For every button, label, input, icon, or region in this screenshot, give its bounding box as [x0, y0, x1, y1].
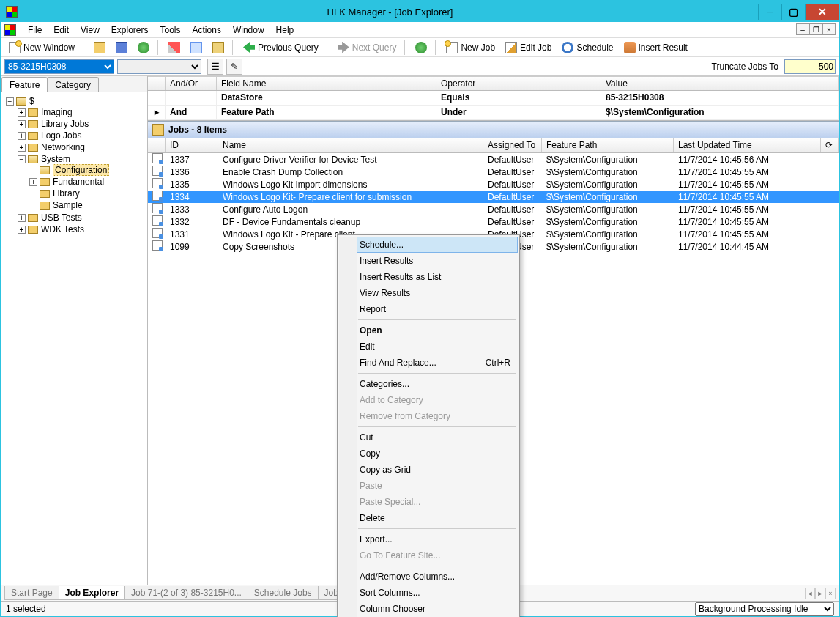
menu-file[interactable]: File — [22, 23, 48, 37]
job-icon — [152, 228, 163, 238]
next-query-button[interactable]: Next Query — [333, 40, 401, 56]
previous-query-label: Previous Query — [258, 43, 319, 53]
query-grid: And/Or Field Name Operator Value DataSto… — [148, 76, 839, 121]
job-icon — [152, 203, 163, 213]
col-featurepath[interactable]: Feature Path — [542, 138, 674, 152]
feature-tree[interactable]: −$ +Imaging +Library Jobs +Logo Jobs +Ne… — [1, 92, 147, 585]
status-dropdown[interactable]: Background Processing Idle — [695, 602, 834, 616]
context-menu-item[interactable]: Cut — [339, 429, 518, 446]
context-menu-item[interactable]: Open — [339, 322, 518, 339]
job-row[interactable]: 1335Windows Logo Kit Import dimensionsDe… — [148, 178, 839, 191]
tree-node[interactable]: +Logo Jobs — [18, 130, 146, 141]
context-menu-item[interactable]: Insert Results — [339, 253, 518, 269]
tab-nav-left[interactable]: ◄ — [805, 588, 815, 599]
tab-schedule-jobs[interactable]: Schedule Jobs — [248, 586, 319, 600]
filter-icon-button-1[interactable]: ☰ — [207, 59, 223, 75]
tree-node-system[interactable]: −System Configuration +Fundamental Libra… — [18, 153, 146, 212]
menu-edit[interactable]: Edit — [48, 23, 75, 37]
job-row[interactable]: 1332DF - Device Fundamentals cleanupDefa… — [148, 215, 839, 228]
tab-feature[interactable]: Feature — [1, 77, 48, 92]
tree-node[interactable]: +WDK Tests — [18, 223, 146, 235]
context-menu-item[interactable]: Add/Remove Columns... — [339, 569, 518, 585]
context-menu-item[interactable]: Column Chooser — [339, 601, 518, 617]
filter-icon-button-2[interactable]: ✎ — [226, 59, 242, 75]
menu-view[interactable]: View — [75, 23, 105, 37]
context-menu-item[interactable]: Edit — [339, 339, 518, 355]
col-assigned[interactable]: Assigned To — [483, 138, 542, 152]
minimize-button[interactable]: ─ — [758, 4, 781, 20]
tree-node[interactable]: +Fundamental — [29, 176, 146, 188]
col-operator[interactable]: Operator — [436, 77, 601, 90]
mdi-restore-button[interactable]: ❐ — [809, 23, 822, 35]
job-row[interactable]: 1337Configure Driver Verifier for Device… — [148, 153, 839, 166]
execute-button[interactable] — [411, 40, 431, 56]
tree-node-configuration[interactable]: Configuration — [29, 164, 146, 176]
close-button[interactable]: ✕ — [805, 4, 839, 20]
tab-nav-right[interactable]: ► — [815, 588, 825, 599]
context-menu-item[interactable]: Copy — [339, 446, 518, 462]
context-menu-item: Go To Feature Site... — [339, 547, 518, 564]
secondary-combo[interactable] — [117, 59, 201, 74]
context-menu-item[interactable]: Delete — [339, 510, 518, 526]
new-job-button[interactable]: New Job — [442, 40, 499, 56]
mdi-minimize-button[interactable]: – — [796, 23, 809, 35]
col-field[interactable]: Field Name — [217, 77, 436, 90]
cut-button[interactable] — [164, 40, 185, 56]
tab-nav-close[interactable]: × — [825, 588, 836, 599]
tree-node[interactable]: +Networking — [18, 141, 146, 153]
insert-result-button[interactable]: Insert Result — [620, 40, 692, 56]
edit-job-button[interactable]: Edit Job — [501, 40, 556, 56]
col-name[interactable]: Name — [218, 138, 483, 152]
col-value[interactable]: Value — [601, 77, 839, 90]
context-menu-item[interactable]: Export... — [339, 531, 518, 547]
context-menu-item[interactable]: Report — [339, 301, 518, 317]
context-menu-item[interactable]: Sort Columns... — [339, 585, 518, 601]
col-refresh-icon[interactable]: ⟳ — [821, 138, 839, 152]
titlebar: HLK Manager - [Job Explorer] ─ ▢ ✕ — [1, 1, 839, 22]
tree-root[interactable]: −$ +Imaging +Library Jobs +Logo Jobs +Ne… — [6, 95, 146, 236]
tree-node[interactable]: Library — [29, 188, 146, 199]
tab-job-explorer[interactable]: Job Explorer — [59, 586, 125, 600]
copy-icon — [190, 42, 202, 53]
paste-button[interactable] — [208, 40, 228, 56]
job-row[interactable]: 1333Configure Auto LogonDefaultUser$\Sys… — [148, 203, 839, 215]
tree-node[interactable]: +Library Jobs — [18, 118, 146, 130]
menu-actions[interactable]: Actions — [187, 23, 227, 37]
save-button[interactable] — [111, 40, 132, 56]
query-row[interactable]: ▸AndFeature PathUnder$\System\Configurat… — [148, 106, 839, 120]
schedule-button[interactable]: Schedule — [557, 40, 617, 56]
col-lastupdated[interactable]: Last Updated Time — [674, 138, 821, 152]
context-menu-item[interactable]: Schedule... — [339, 237, 518, 253]
job-row[interactable]: 1336Enable Crash Dump CollectionDefaultU… — [148, 166, 839, 178]
tab-start-page[interactable]: Start Page — [4, 586, 59, 600]
menu-help[interactable]: Help — [270, 23, 300, 37]
context-menu-item[interactable]: Copy as Grid — [339, 462, 518, 478]
context-menu-item[interactable]: Find And Replace...Ctrl+R — [339, 355, 518, 371]
col-id[interactable]: ID — [166, 138, 218, 152]
tab-category[interactable]: Category — [47, 77, 99, 92]
job-row[interactable]: 1334Windows Logo Kit- Prepare client for… — [148, 191, 839, 203]
tree-node[interactable]: +Imaging — [18, 106, 146, 118]
mdi-close-button[interactable]: × — [822, 23, 836, 35]
insert-result-icon — [624, 42, 636, 53]
refresh-button[interactable] — [133, 40, 154, 56]
new-window-button[interactable]: New Window — [4, 40, 79, 56]
open-button[interactable] — [89, 40, 110, 56]
menu-window[interactable]: Window — [227, 23, 270, 37]
query-row[interactable]: DataStoreEquals85-3215H0308 — [148, 91, 839, 106]
context-menu-item[interactable]: Insert Results as List — [339, 269, 518, 285]
tree-node[interactable]: +USB Tests — [18, 212, 146, 223]
schedule-icon — [562, 42, 573, 53]
copy-button[interactable] — [186, 40, 207, 56]
tree-node[interactable]: Sample — [29, 199, 146, 211]
menu-explorers[interactable]: Explorers — [105, 23, 155, 37]
context-menu-item[interactable]: View Results — [339, 285, 518, 301]
col-andor[interactable]: And/Or — [166, 77, 217, 90]
tab-job-detail[interactable]: Job 71-(2 of 3) 85-3215H0... — [124, 586, 248, 600]
datastore-combo[interactable]: 85-3215H0308 — [4, 59, 114, 74]
truncate-input[interactable] — [784, 59, 836, 74]
context-menu-item[interactable]: Categories... — [339, 376, 518, 392]
previous-query-button[interactable]: Previous Query — [239, 40, 323, 56]
maximize-button[interactable]: ▢ — [781, 4, 805, 20]
menu-tools[interactable]: Tools — [155, 23, 187, 37]
